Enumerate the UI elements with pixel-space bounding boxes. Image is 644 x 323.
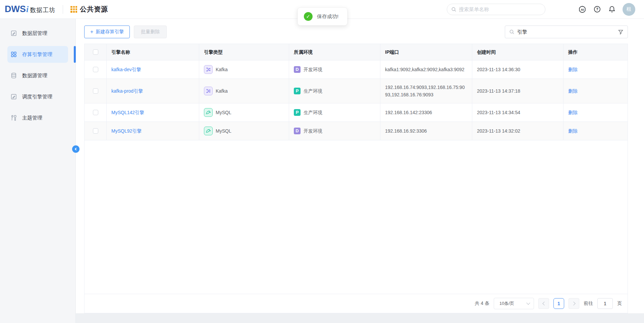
ip-ports-cell: kafka1:9092,kafka2:9092,kafka3:9092 bbox=[380, 60, 472, 79]
col-header-created: 创建时间 bbox=[472, 44, 564, 60]
logo-i: i bbox=[26, 4, 29, 14]
toolbar: + 新建存算引擎 批量删除 bbox=[84, 26, 628, 38]
engine-name-link[interactable]: kafka-prod引擎 bbox=[111, 87, 143, 95]
table-header-row: 引擎名称 引擎类型 所属环境 IP端口 创建时间 操作 bbox=[85, 44, 628, 60]
delete-link[interactable]: 删除 bbox=[568, 87, 578, 95]
header-divider bbox=[63, 5, 63, 14]
page-title: 公共资源 bbox=[80, 5, 108, 14]
env-label: 开发环境 bbox=[304, 127, 322, 135]
menu-search-box[interactable] bbox=[447, 4, 545, 15]
delete-link[interactable]: 删除 bbox=[568, 66, 578, 73]
create-engine-button[interactable]: + 新建存算引擎 bbox=[84, 26, 130, 38]
goto-page-input[interactable] bbox=[597, 298, 613, 309]
sidebar-item-label: 存算引擎管理 bbox=[22, 51, 52, 58]
col-header-name: 引擎名称 bbox=[107, 44, 199, 60]
row-checkbox[interactable] bbox=[93, 110, 98, 115]
svg-text:?: ? bbox=[596, 7, 598, 11]
table-row: kafka-prod引擎 Kafka bbox=[85, 79, 628, 103]
engine-name-link[interactable]: MySQL142引擎 bbox=[111, 109, 144, 116]
edit-square-icon bbox=[10, 93, 17, 100]
tools-icon bbox=[10, 114, 17, 121]
env-badge: D bbox=[294, 66, 301, 73]
goto-suffix: 页 bbox=[617, 301, 622, 307]
search-icon bbox=[509, 29, 515, 35]
ip-ports-cell: 192.168.16.92:3306 bbox=[380, 122, 472, 140]
mysql-icon bbox=[204, 127, 213, 135]
table-filter-box[interactable] bbox=[505, 26, 628, 38]
engine-type-label: MySQL bbox=[216, 127, 231, 135]
avatar-text: 租 bbox=[627, 6, 632, 12]
col-header-env: 所属环境 bbox=[289, 44, 380, 60]
batch-delete-button[interactable]: 批量删除 bbox=[134, 26, 167, 38]
ai-assistant-icon[interactable]: AI bbox=[578, 5, 586, 13]
success-check-icon: ✓ bbox=[304, 12, 313, 21]
mysql-icon bbox=[204, 108, 213, 117]
notification-bell-icon[interactable] bbox=[608, 5, 616, 13]
chevron-left-icon bbox=[75, 148, 77, 150]
created-time-cell: 2023-11-13 14:32:02 bbox=[472, 122, 564, 140]
grid-icon bbox=[10, 51, 17, 58]
engine-type-label: MySQL bbox=[216, 109, 231, 116]
created-time-cell: 2023-11-13 14:36:30 bbox=[472, 60, 564, 79]
sidebar-item-label: 数据层管理 bbox=[22, 30, 47, 37]
row-checkbox[interactable] bbox=[93, 88, 98, 94]
engine-name-link[interactable]: kafka-dev引擎 bbox=[111, 66, 141, 73]
chevron-left-icon bbox=[542, 302, 546, 305]
prev-page-button[interactable] bbox=[538, 298, 549, 309]
filter-funnel-icon[interactable] bbox=[618, 29, 624, 35]
col-header-ip: IP端口 bbox=[380, 44, 472, 60]
help-icon[interactable]: ? bbox=[593, 5, 601, 13]
goto-label: 前往 bbox=[584, 301, 593, 307]
table-empty-space bbox=[85, 140, 628, 294]
select-all-checkbox[interactable] bbox=[93, 49, 98, 55]
col-header-action: 操作 bbox=[564, 44, 628, 60]
table-filter-input[interactable] bbox=[517, 29, 615, 35]
sidebar-item-label: 主题管理 bbox=[22, 115, 42, 121]
table-row: MySQL92引擎 MySQL bbox=[85, 122, 628, 140]
svg-text:AI: AI bbox=[581, 8, 584, 11]
col-header-type: 引擎类型 bbox=[199, 44, 289, 60]
next-page-button[interactable] bbox=[569, 298, 579, 309]
table-row: MySQL142引擎 MySQL bbox=[85, 103, 628, 122]
kafka-icon bbox=[204, 87, 213, 95]
plus-icon: + bbox=[90, 29, 93, 35]
sidebar-item-datasource[interactable]: 数据源管理 bbox=[7, 67, 68, 84]
env-badge: P bbox=[294, 109, 301, 116]
delete-link[interactable]: 删除 bbox=[568, 127, 578, 135]
engine-name-link[interactable]: MySQL92引擎 bbox=[111, 127, 142, 135]
current-page-button[interactable]: 1 bbox=[553, 298, 564, 309]
kafka-icon bbox=[204, 65, 213, 74]
env-badge: P bbox=[294, 88, 301, 94]
sidebar: 数据层管理 存算引擎管理 数据源管理 调度引擎管理 主题管理 bbox=[0, 19, 76, 323]
user-avatar[interactable]: 租 bbox=[623, 3, 635, 16]
success-toast: ✓ 保存成功! bbox=[298, 7, 347, 26]
row-checkbox[interactable] bbox=[93, 67, 98, 72]
created-time-cell: 2023-11-13 14:37:18 bbox=[472, 79, 564, 103]
toast-message: 保存成功! bbox=[317, 13, 338, 20]
table-row: kafka-dev引擎 Kafka bbox=[85, 60, 628, 79]
edit-square-icon bbox=[10, 30, 17, 37]
page-size-value: 10条/页 bbox=[499, 301, 514, 307]
env-badge: D bbox=[294, 128, 301, 134]
sidebar-item-data-layer[interactable]: 数据层管理 bbox=[7, 25, 68, 42]
sidebar-item-scheduler[interactable]: 调度引擎管理 bbox=[7, 88, 68, 105]
pagination-bar: 共 4 条 10条/页 1 前往 页 bbox=[85, 294, 628, 313]
sidebar-collapse-button[interactable] bbox=[72, 145, 79, 153]
search-icon bbox=[451, 7, 457, 12]
sidebar-item-theme[interactable]: 主题管理 bbox=[7, 109, 68, 126]
menu-search-input[interactable] bbox=[459, 6, 541, 12]
created-time-cell: 2023-11-13 14:34:54 bbox=[472, 103, 564, 122]
chevron-down-icon bbox=[526, 301, 530, 305]
sidebar-item-label: 数据源管理 bbox=[22, 73, 47, 79]
engine-type-label: Kafka bbox=[216, 66, 228, 73]
total-count: 共 4 条 bbox=[475, 301, 489, 307]
sidebar-item-engine-mgmt[interactable]: 存算引擎管理 bbox=[7, 46, 68, 63]
delete-link[interactable]: 删除 bbox=[568, 109, 578, 116]
app-title-block: 公共资源 bbox=[70, 5, 108, 14]
sidebar-item-label: 调度引擎管理 bbox=[22, 94, 52, 100]
brand-logo: DWSi 数据工坊 bbox=[5, 4, 55, 14]
active-indicator bbox=[74, 46, 76, 63]
ip-ports-cell: 192.168.16.142:23306 bbox=[380, 103, 472, 122]
row-checkbox[interactable] bbox=[93, 128, 98, 134]
page-size-select[interactable]: 10条/页 bbox=[494, 298, 534, 309]
